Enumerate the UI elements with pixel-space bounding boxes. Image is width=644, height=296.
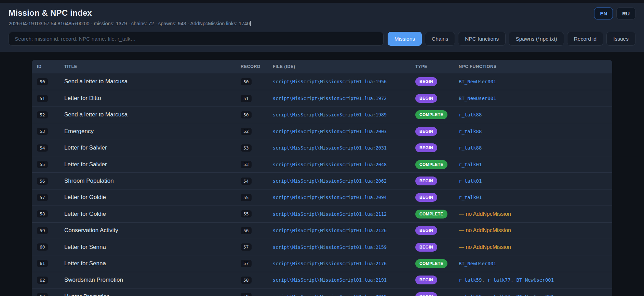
page-title: Mission & NPC index [9,8,635,18]
record-cell: 54 [241,178,273,185]
type-badge-begin: BEGIN [415,127,437,136]
npc-function-link[interactable]: r_talk01 [459,195,482,200]
tab-chains[interactable]: Chains [425,32,455,46]
record-badge: 57 [241,260,252,267]
type-badge-complete: COMPLETE [415,259,447,268]
file-link[interactable]: script\MisScript\MissionScript01.lua:197… [273,96,387,101]
mission-id-badge: 61 [37,260,48,267]
lang-button-en[interactable]: EN [594,8,613,19]
search-row: MissionsChainsNPC functionsSpawns (*npc.… [9,32,635,46]
mission-id-badge: 50 [37,78,48,85]
mission-id-cell: 60 [37,243,64,251]
record-badge: 50 [241,78,252,85]
npc-function-link[interactable]: r_talk77 [487,294,510,296]
type-badge-begin: BEGIN [415,94,437,103]
record-cell: 51 [241,95,273,102]
record-badge: 53 [241,144,252,152]
npc-function-link[interactable]: BT_NewUser001 [459,261,496,266]
file-link[interactable]: script\MisScript\MissionScript01.lua:200… [273,129,387,134]
table-body: 50Send a letter to Marcusa50script\MisSc… [32,73,612,296]
npc-functions-cell: r_talk60, r_talk77, BT_NewUser001 [459,294,612,296]
file-link[interactable]: script\MisScript\MissionScript01.lua:217… [273,261,387,266]
table-row: 56Shroom Population54script\MisScript\Mi… [32,172,612,189]
npc-functions-cell: — no AddNpcMission [459,211,612,217]
type-badge-complete: COMPLETE [415,210,447,219]
tab-missions[interactable]: Missions [388,32,422,46]
npc-function-link[interactable]: r_talk88 [459,129,482,134]
table-row: 55Letter for Salvier53script\MisScript\M… [32,156,612,172]
search-input[interactable] [9,32,384,46]
language-switch: EN RU [594,8,635,19]
mission-id-cell: 63 [37,293,64,296]
tab-bar: MissionsChainsNPC functionsSpawns (*npc.… [388,32,635,46]
mission-id-badge: 57 [37,194,48,201]
file-link[interactable]: script\MisScript\MissionScript01.lua:195… [273,79,387,84]
npc-separator: , [511,277,516,283]
file-cell: script\MisScript\MissionScript01.lua:200… [273,128,415,135]
record-badge: 52 [241,128,252,135]
record-cell: 57 [241,243,273,251]
npc-functions-cell: r_talk01 [459,178,612,184]
mission-title: Letter for Senna [64,260,241,267]
tab-spawns-npc-txt[interactable]: Spawns (*npc.txt) [509,32,564,46]
npc-function-link[interactable]: r_talk60 [459,294,482,296]
npc-functions-cell: BT_NewUser001 [459,261,612,266]
mission-id-badge: 62 [37,277,48,284]
type-cell: BEGIN [415,193,459,202]
npc-function-link[interactable]: BT_NewUser001 [459,96,496,101]
npc-function-link[interactable]: r_talk77 [487,277,510,283]
mission-title: Conservation Activity [64,227,241,234]
tab-npc-functions[interactable]: NPC functions [458,32,506,46]
npc-function-link[interactable]: r_talk01 [459,178,482,184]
type-badge-begin: BEGIN [415,276,437,284]
npc-function-link[interactable]: r_talk59 [459,277,482,283]
npc-function-link[interactable]: BT_NewUser001 [459,79,496,84]
file-link[interactable]: script\MisScript\MissionScript01.lua:219… [273,277,387,283]
npc-function-link[interactable]: BT_NewUser001 [516,277,554,283]
text-caret [250,21,251,26]
npc-separator: , [511,294,516,296]
type-badge-begin: BEGIN [415,77,437,86]
record-badge: 55 [241,194,252,201]
file-link[interactable]: script\MisScript\MissionScript01.lua:203… [273,145,387,151]
record-cell: 53 [241,144,273,152]
file-link[interactable]: script\MisScript\MissionScript01.lua:206… [273,178,387,184]
mission-id-badge: 58 [37,210,48,217]
file-link[interactable]: script\MisScript\MissionScript01.lua:211… [273,211,387,217]
missions-table-card: IDTITLERECORDFILE (IDE)TYPENPC FUNCTIONS… [32,60,612,296]
file-link[interactable]: script\MisScript\MissionScript01.lua:204… [273,162,387,167]
file-link[interactable]: script\MisScript\MissionScript01.lua:209… [273,195,387,200]
tab-record-id[interactable]: Record id [567,32,603,46]
mission-id-cell: 55 [37,161,64,168]
mission-id-badge: 51 [37,95,48,102]
mission-title: Send a letter to Marcusa [64,78,241,85]
npc-function-link[interactable]: r_talk01 [459,162,482,167]
type-cell: BEGIN [415,226,459,235]
mission-id-cell: 56 [37,178,64,185]
no-addnpcmission-label: — no AddNpcMission [459,227,511,233]
npc-function-link[interactable]: r_talk88 [459,112,482,117]
npc-function-link[interactable]: r_talk88 [459,145,482,151]
type-cell: BEGIN [415,276,459,284]
mission-title: Letter for Salvier [64,144,241,151]
npc-function-link[interactable]: BT_NewUser001 [516,294,554,296]
mission-id-cell: 53 [37,128,64,135]
tab-issues[interactable]: Issues [606,32,635,46]
mission-id-badge: 52 [37,111,48,118]
file-cell: script\MisScript\MissionScript01.lua:211… [273,211,415,217]
type-cell: COMPLETE [415,259,459,268]
npc-functions-cell: r_talk88 [459,145,612,151]
type-cell: COMPLETE [415,210,459,219]
no-addnpcmission-label: — no AddNpcMission [459,244,511,250]
file-link[interactable]: script\MisScript\MissionScript01.lua:198… [273,112,387,117]
lang-button-ru[interactable]: RU [616,8,635,19]
column-header-title: TITLE [64,64,241,69]
file-link[interactable]: script\MisScript\MissionScript01.lua:221… [273,294,387,296]
column-header-file-ide: FILE (IDE) [273,64,415,69]
file-link[interactable]: script\MisScript\MissionScript01.lua:212… [273,228,387,233]
file-cell: script\MisScript\MissionScript01.lua:195… [273,79,415,85]
mission-id-badge: 56 [37,178,48,185]
file-link[interactable]: script\MisScript\MissionScript01.lua:215… [273,244,387,250]
type-cell: BEGIN [415,143,459,152]
table-row: 51Letter for Ditto51script\MisScript\Mis… [32,90,612,106]
